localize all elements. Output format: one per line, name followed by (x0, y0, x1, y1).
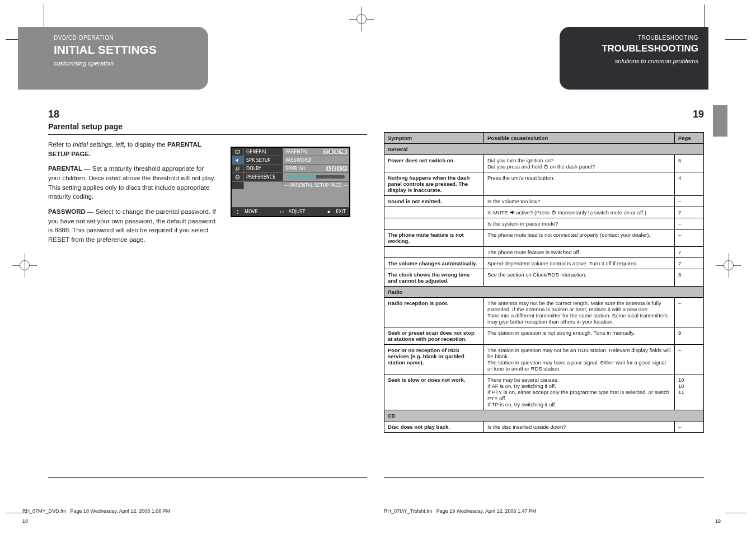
cell-cause: The phone mute lead is not connected pro… (484, 229, 675, 247)
header-box-right: TROUBLESHOOTING TROUBLESHOOTING solution… (560, 27, 708, 90)
para1-italic: Initial settings, left, (73, 141, 126, 148)
cell-symptom: Disc does not play back. (384, 421, 484, 433)
move-icon (235, 209, 240, 214)
footer-rule-right (384, 477, 704, 478)
left-foot-stamp: Page 18 Wednesday, April 12, 2006 1:06 P… (71, 508, 171, 514)
power-icon (543, 164, 548, 169)
cell-page: 8 (675, 269, 704, 287)
cell-symptom (384, 247, 484, 258)
osd-digit: 8 (328, 149, 333, 154)
cell-cause: Did you turn the ignition on?Did you pre… (484, 155, 675, 172)
cell-page: 101011 (675, 374, 704, 410)
cell-symptom: The phone mute feature is not working. (384, 229, 484, 247)
cell-cause: Is the volume too low? (484, 196, 675, 207)
table-row: The phone mute feature is not working.Th… (384, 229, 704, 247)
header-subtitle-left: customising operation (54, 60, 198, 67)
table-row: The phone mute feature is switched off.7 (384, 247, 704, 258)
header-kicker-left: DVD/CD OPERATION (54, 35, 198, 41)
crop-mark-bottom-right-h (725, 513, 746, 513)
osd-label-general: GENERAL (244, 148, 283, 156)
def-term-0: PARENTAL (48, 165, 82, 172)
cell-symptom: Power does not switch on. (384, 155, 484, 172)
registration-mark-right (716, 253, 741, 278)
page-right: TROUBLESHOOTING TROUBLESHOOTING solution… (384, 25, 704, 512)
cell-symptom (384, 207, 484, 218)
osd-adjust-label: ADJUST (289, 209, 306, 214)
osd-digit: 2 (332, 166, 336, 171)
speaker-icon (235, 158, 240, 163)
table-row: Sound is not emitted.Is the volume too l… (384, 196, 704, 207)
osd-digit: 8 (334, 149, 339, 154)
registration-mark-left (12, 253, 37, 278)
mute-icon (510, 210, 515, 215)
cell-symptom: Poor or no reception of RDS services (e.… (384, 345, 484, 374)
def-term-1: PASSWORD (48, 208, 86, 215)
osd-label-preference: PREFERENCE (244, 173, 283, 181)
cell-cause: Press the unit's reset button. (484, 172, 675, 196)
cell-cause: The antenna may not be the correct lengt… (484, 298, 675, 327)
svg-marker-2 (236, 158, 238, 162)
osd-label-spksetup: SPK SETUP (244, 156, 283, 164)
globe-icon (235, 175, 240, 180)
table-row: Seek or preset scan does not stop at sta… (384, 327, 704, 345)
table-section-header: Radio (384, 287, 704, 298)
svg-rect-6 (328, 210, 330, 213)
table-section-header: General (384, 144, 704, 155)
cell-page: 5 (675, 155, 704, 172)
th-page: Page (675, 133, 704, 144)
osd-icon-general (232, 148, 244, 156)
right-foot-file: RH_07MY_Trblsht.fm (384, 508, 432, 514)
cell-cause: There may be several causes.If AF is on,… (484, 374, 675, 410)
cell-symptom: Nothing happens when the dash panel cont… (384, 172, 484, 196)
osd-exit-label: EXIT (336, 209, 346, 214)
cell-cause: The station in question is not strong en… (484, 327, 675, 345)
cell-symptom: Seek or preset scan does not stop at sta… (384, 327, 484, 345)
para1-lead: Refer to (48, 141, 73, 148)
cell-cause: Speed-dependent volume control is active… (484, 258, 675, 269)
table-row: Poor or no reception of RDS services (e.… (384, 345, 704, 374)
cell-cause: The phone mute feature is switched off. (484, 247, 675, 258)
cell-symptom: Radio reception is poor. (384, 298, 484, 327)
osd-move-label: MOVE (245, 209, 258, 214)
cell-page: – (675, 229, 704, 247)
osd-label-dolby: DOLBY (244, 165, 283, 172)
table-row: Power does not switch on.Did you turn th… (384, 155, 704, 172)
table-row: The volume changes automatically.Speed-d… (384, 258, 704, 269)
note-icon (235, 166, 240, 171)
cell-page: 9 (675, 327, 704, 345)
table-row: Is the system in pause mode?– (384, 218, 704, 229)
svg-rect-0 (236, 150, 240, 153)
adjust-icon (279, 209, 284, 214)
table-row: Nothing happens when the dash panel cont… (384, 172, 704, 196)
cell-cause: Is the system in pause mode? (484, 218, 675, 229)
osd-digit: 3 (337, 166, 341, 171)
body-text-block: Refer to Initial settings, left, to disp… (48, 140, 216, 245)
header-title-left: INITIAL SETTINGS (54, 43, 198, 57)
svg-marker-9 (510, 210, 513, 214)
th-symptom: Symptom (384, 133, 484, 144)
osd-caption: --- PARENTAL SETUP PAGE --- (283, 182, 349, 189)
troubleshooting-table: Symptom Possible cause/solution Page Gen… (384, 132, 704, 433)
cell-page: 7 (675, 207, 704, 218)
header-kicker-right: TROUBLESHOOTING (570, 35, 698, 41)
exit-icon (326, 209, 331, 214)
cell-symptom (384, 218, 484, 229)
osd-bottom-bar: MOVE ADJUST EXIT (232, 207, 349, 216)
osd-digit: 1 (326, 166, 331, 171)
cell-cause: The station in question may not be an RD… (484, 345, 675, 374)
corner-page-right: 19 (715, 518, 721, 524)
cell-cause: See the section on Clock/RDS interaction… (484, 269, 675, 287)
cell-symptom: The volume changes automatically. (384, 258, 484, 269)
cell-page: 7 (675, 258, 704, 269)
cell-symptom: The clock shows the wrong time and canno… (384, 269, 484, 287)
footer-rule-left (48, 477, 367, 478)
table-row: Seek is slow or does not work.There may … (384, 374, 704, 410)
cell-cause: Is the disc inserted upside down? (484, 421, 675, 433)
osd-digit: PG (339, 149, 347, 154)
osd-icon-speaker (232, 156, 244, 164)
header-subtitle-right: solutions to common problems (570, 58, 698, 64)
cell-page: 4 (675, 172, 704, 196)
table-row: Disc does not play back.Is the disc inse… (384, 421, 704, 433)
para1-mid: to display the (126, 141, 167, 148)
cell-page: – (675, 421, 704, 433)
